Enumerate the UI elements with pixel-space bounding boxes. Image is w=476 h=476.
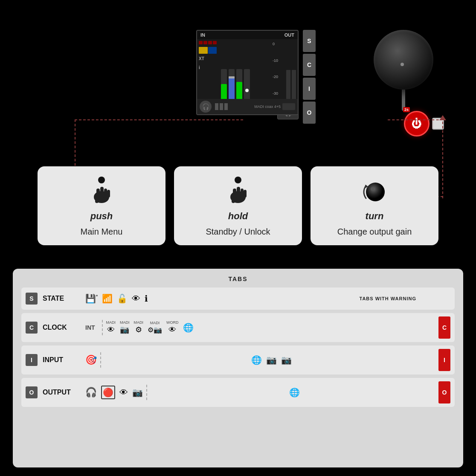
tab-name-input: INPUT	[43, 356, 85, 364]
madi-cam-icon: 📷	[120, 325, 129, 334]
i-label: i	[199, 65, 217, 70]
input-cam2-icon: 📷	[281, 355, 292, 365]
input-network-icon: 🌐	[251, 355, 262, 365]
level-30: -30	[273, 91, 284, 96]
clock-icons-group: MADI 👁 MADI 📷 MADI ⚙ MADI ⚙📷 WORD �	[106, 321, 194, 335]
clock-int-label: INT	[85, 324, 95, 331]
hold-desc: Standby / Unlock	[183, 227, 293, 237]
output-headphone-icon: 🎧	[85, 387, 97, 398]
side-btn-i[interactable]: I	[303, 78, 316, 100]
side-btn-s[interactable]: S	[303, 30, 316, 52]
fader-handle[interactable]	[229, 76, 235, 78]
mixer-box: IN OUT	[196, 30, 299, 115]
svg-rect-4	[107, 190, 110, 197]
bar1	[215, 103, 218, 110]
tab-name-clock: CLOCK	[43, 324, 85, 331]
madi-gear-group: MADI ⚙	[134, 321, 144, 335]
svg-rect-2	[100, 187, 104, 199]
output-cam-icon: 📷	[132, 387, 143, 398]
level-10: -10	[273, 58, 284, 63]
madi-gear-icon: ⚙	[135, 325, 142, 334]
output-right-icons: 🌐	[289, 387, 300, 398]
arrow-up-right	[439, 115, 446, 120]
output-divider-1	[146, 385, 147, 400]
svg-rect-3	[104, 189, 107, 199]
xt-buttons	[199, 47, 217, 54]
bottom-area: TABS S STATE 💾* 📶 🔓 👁 ℹ TABS WITH WARNIN…	[13, 269, 463, 467]
input-xlr-icon: 🎯	[85, 354, 97, 366]
svg-rect-5	[95, 195, 99, 203]
push-desc: Main Menu	[46, 227, 157, 237]
svg-rect-10	[244, 190, 247, 197]
signal-icon: 📶	[102, 293, 113, 304]
input-icons: 🎯	[85, 354, 97, 366]
power-label: 2s	[403, 107, 410, 112]
controls-row: push Main Menu hold Standby / Unlock	[21, 166, 455, 245]
madi-label-4: MADI	[150, 321, 160, 325]
power-button[interactable]: 2s ⏻	[404, 111, 430, 136]
eye-icon: 👁	[132, 294, 140, 304]
dashed-line-right-h-top	[388, 119, 443, 120]
turn-card: turn Change output gain	[311, 166, 438, 245]
tabs-title: TABS	[21, 276, 455, 282]
mixer-bars	[215, 103, 251, 110]
mixer-out-label: OUT	[284, 32, 294, 38]
output-network-icon: 🌐	[289, 387, 300, 398]
turn-knob-svg	[360, 177, 389, 207]
tabs-with-warning-label: TABS WITH WARNING	[359, 296, 416, 301]
input-right-icons: 🌐 📷 📷	[251, 355, 292, 365]
hold-icon	[225, 177, 251, 207]
red-btn	[203, 41, 207, 44]
input-cam1-icon: 📷	[266, 355, 277, 365]
word-eye-icon: 👁	[168, 325, 176, 334]
word-label: WORD	[166, 321, 179, 325]
push-label: push	[46, 211, 157, 222]
mixer-bottom-row: 🎧 MADI coax 4+5	[197, 99, 298, 114]
turn-icon	[360, 177, 389, 207]
madi-cam-group: MADI 📷	[120, 321, 130, 335]
side-btn-o[interactable]: O	[303, 102, 316, 124]
tab-letter-s: S	[26, 293, 38, 305]
tab-row-state: S STATE 💾* 📶 🔓 👁 ℹ TABS WITH WARNING	[21, 287, 455, 310]
mixer-header: IN OUT	[197, 31, 298, 39]
svg-point-14	[371, 187, 374, 191]
output-knob[interactable]	[374, 30, 433, 90]
side-buttons: S C I O	[303, 30, 316, 124]
headphone-btn[interactable]: 🎧	[200, 101, 212, 113]
knob-indicator	[401, 63, 404, 66]
input-badge: I	[438, 349, 450, 371]
output-eye-icon: 👁	[119, 388, 128, 398]
red-btn	[213, 41, 217, 44]
svg-rect-11	[232, 195, 235, 203]
yellow-btn[interactable]	[199, 47, 208, 54]
floppy-icon: 💾*	[85, 293, 98, 304]
main-container: 🎧 🎧 IN OUT	[0, 0, 476, 476]
tab-row-input: I INPUT 🎯 🌐 📷 📷 I	[21, 345, 455, 374]
turn-desc: Change output gain	[319, 227, 430, 237]
output-badge: O	[438, 381, 450, 403]
blue-btn[interactable]	[208, 47, 217, 54]
fader-knob-dot	[245, 89, 249, 92]
push-hand-svg	[91, 180, 112, 206]
tab-name-state: STATE	[43, 295, 85, 302]
unlock-icon: 🔓	[117, 293, 128, 304]
side-btn-c[interactable]: C	[303, 54, 316, 76]
madi-label-3: MADI	[134, 321, 144, 325]
hold-hand-svg	[227, 180, 249, 206]
push-icon	[89, 177, 114, 207]
input-divider-1	[100, 352, 101, 368]
clock-badge: C	[438, 316, 450, 339]
tab-name-output: OUTPUT	[43, 389, 85, 396]
svg-point-13	[366, 183, 385, 201]
push-card: push Main Menu	[38, 166, 165, 245]
madi-eye-group: MADI 👁	[106, 321, 116, 334]
level-20: -20	[273, 75, 284, 79]
svg-rect-9	[241, 189, 244, 199]
state-icons: 💾* 📶 🔓 👁 ℹ	[85, 293, 148, 304]
madi-label-1: MADI	[106, 321, 116, 325]
madi-gear2-icon: ⚙📷	[148, 326, 162, 334]
info-icon: ℹ	[145, 293, 148, 304]
tab-letter-o: O	[26, 386, 38, 398]
madi-gear2-group: MADI ⚙📷	[148, 321, 162, 334]
network-icon-clock: 🌐	[183, 322, 194, 333]
